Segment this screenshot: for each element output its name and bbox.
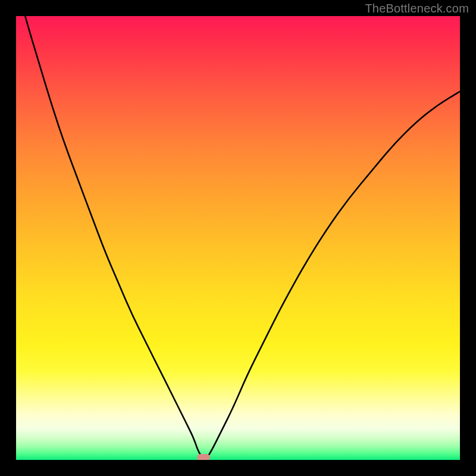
bottleneck-curve	[16, 16, 460, 460]
optimum-marker	[197, 454, 210, 460]
plot-area	[16, 16, 460, 460]
chart-frame: TheBottleneck.com	[0, 0, 476, 476]
watermark-text: TheBottleneck.com	[365, 2, 469, 15]
